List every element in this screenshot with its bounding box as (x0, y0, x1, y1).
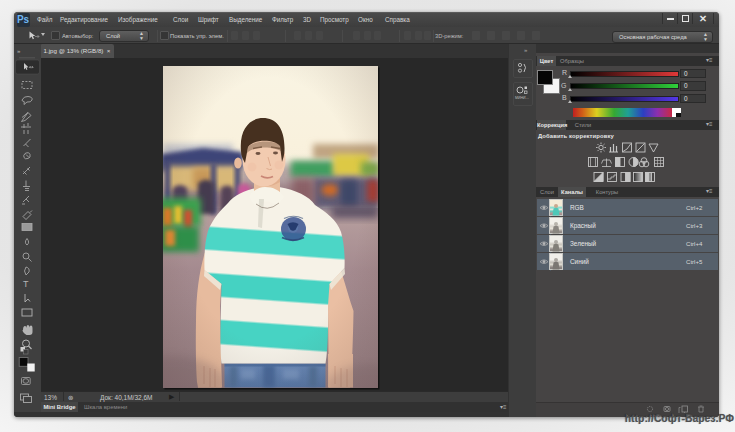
svg-text:T: T (23, 279, 29, 289)
svg-text:»: » (17, 48, 21, 54)
